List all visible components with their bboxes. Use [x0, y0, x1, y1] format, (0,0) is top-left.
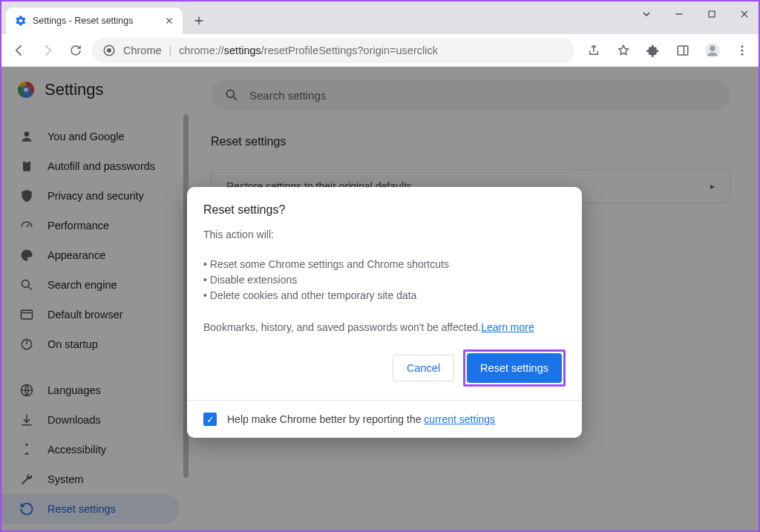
highlight-annotation: Reset settings — [463, 349, 566, 387]
dialog-actions: Cancel Reset settings — [203, 349, 566, 387]
dialog-list-item: • Reset some Chrome settings and Chrome … — [203, 257, 566, 272]
dialog-footer-text: Help make Chrome better by reporting the… — [227, 413, 495, 425]
dialog-list: • Reset some Chrome settings and Chrome … — [203, 257, 566, 303]
site-info-icon[interactable] — [102, 44, 116, 57]
cancel-button[interactable]: Cancel — [393, 355, 454, 381]
dialog-list-item: • Delete cookies and other temporary sit… — [203, 288, 566, 303]
dialog-note: Bookmarks, history, and saved passwords … — [203, 321, 566, 333]
dialog-footer: ✓ Help make Chrome better by reporting t… — [187, 400, 582, 438]
dialog-title: Reset settings? — [203, 203, 566, 217]
svg-rect-3 — [678, 46, 688, 55]
current-settings-link[interactable]: current settings — [424, 413, 495, 425]
reset-settings-button[interactable]: Reset settings — [467, 353, 562, 383]
new-tab-button[interactable] — [189, 10, 209, 31]
minimize-button[interactable] — [669, 4, 689, 24]
back-button[interactable] — [7, 39, 31, 62]
bookmark-star-icon[interactable] — [613, 40, 634, 61]
window-controls — [637, 4, 754, 24]
svg-point-7 — [741, 49, 744, 51]
svg-point-8 — [741, 53, 744, 55]
omnibox-url: chrome://settings/resetProfileSettings?o… — [179, 45, 438, 56]
toolbar-right-icons — [583, 40, 753, 61]
browser-window: Settings - Reset settings Chrome | chrom… — [0, 0, 760, 532]
maximize-button[interactable] — [702, 4, 721, 24]
reload-button[interactable] — [64, 39, 88, 62]
learn-more-link[interactable]: Learn more — [481, 321, 534, 333]
share-icon[interactable] — [583, 40, 604, 61]
svg-point-6 — [741, 45, 744, 47]
side-panel-icon[interactable] — [672, 40, 693, 61]
tabs-dropdown-icon[interactable] — [637, 4, 656, 24]
omnibox-label: Chrome — [123, 45, 162, 56]
titlebar: Settings - Reset settings — [1, 1, 759, 34]
reset-settings-dialog: Reset settings? This action will: • Rese… — [187, 187, 582, 438]
svg-point-5 — [710, 45, 715, 50]
browser-tab[interactable]: Settings - Reset settings — [6, 7, 183, 34]
report-checkbox[interactable]: ✓ — [203, 413, 217, 426]
profile-avatar-icon[interactable] — [702, 40, 723, 61]
close-tab-icon[interactable] — [163, 15, 175, 27]
svg-point-2 — [107, 48, 111, 53]
dialog-subtitle: This action will: — [203, 229, 566, 240]
kebab-menu-icon[interactable] — [732, 40, 753, 61]
gear-icon — [15, 15, 27, 27]
dialog-list-item: • Disable extensions — [203, 272, 566, 288]
extensions-icon[interactable] — [643, 40, 664, 61]
omnibox-separator: | — [169, 45, 172, 56]
close-window-button[interactable] — [735, 4, 754, 24]
svg-rect-0 — [709, 11, 715, 17]
forward-button[interactable] — [36, 39, 59, 62]
toolbar: Chrome | chrome://settings/resetProfileS… — [1, 34, 759, 67]
tab-title: Settings - Reset settings — [33, 16, 133, 26]
omnibox[interactable]: Chrome | chrome://settings/resetProfileS… — [92, 38, 574, 63]
